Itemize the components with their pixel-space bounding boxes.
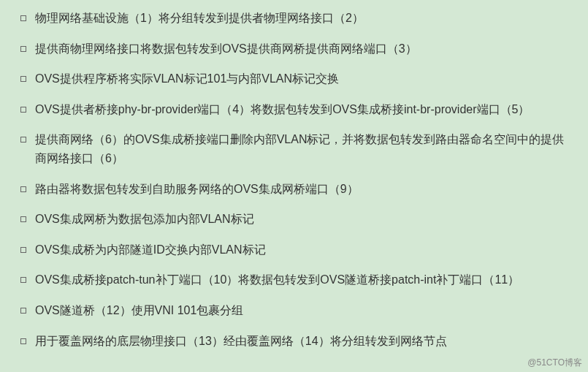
list-item: 用于覆盖网络的底层物理接口（13）经由覆盖网络（14）将分组转发到网络节点 [35, 332, 566, 351]
list-item: OVS集成桥为内部隧道ID交换内部VLAN标记 [35, 240, 566, 259]
document-list: 物理网络基础设施（1）将分组转发到提供者物理网络接口（2） 提供商物理网络接口将… [0, 9, 588, 350]
list-item: 路由器将数据包转发到自助服务网络的OVS集成网桥端口（9） [35, 180, 566, 199]
list-item: 提供商物理网络接口将数据包转发到OVS提供商网桥提供商网络端口（3） [35, 39, 566, 58]
watermark-text: @51CTO博客 [527, 357, 582, 369]
list-item: 物理网络基础设施（1）将分组转发到提供者物理网络接口（2） [35, 9, 566, 28]
list-item: 提供商网络（6）的OVS集成桥接端口删除内部VLAN标记，并将数据包转发到路由器… [35, 130, 566, 167]
list-item: OVS集成桥接patch-tun补丁端口（10）将数据包转发到OVS隧道桥接pa… [35, 270, 566, 289]
list-item: OVS提供程序桥将实际VLAN标记101与内部VLAN标记交换 [35, 69, 566, 88]
list-item: OVS提供者桥接phy-br-provider端口（4）将数据包转发到OVS集成… [35, 100, 566, 119]
list-item: OVS隧道桥（12）使用VNI 101包裹分组 [35, 301, 566, 320]
list-item: OVS集成网桥为数据包添加内部VLAN标记 [35, 210, 566, 229]
